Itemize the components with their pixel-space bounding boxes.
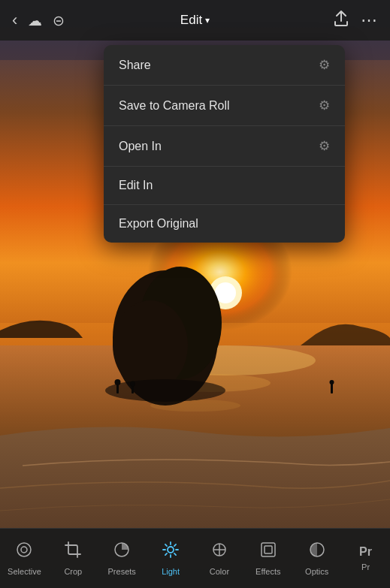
gear-icon-share: ⚙ — [319, 57, 330, 73]
menu-item-share[interactable]: Share ⚙ — [104, 45, 345, 86]
optics-icon — [308, 541, 326, 563]
toolbar-item-pr[interactable]: Pr Pr — [346, 545, 385, 571]
share-button[interactable] — [334, 11, 349, 31]
svg-point-11 — [113, 300, 188, 390]
top-header: ‹ ☁ ⊝ Edit ▾ ⋯ — [0, 0, 390, 41]
svg-point-18 — [330, 380, 334, 384]
svg-point-20 — [17, 543, 31, 556]
header-chevron-icon: ▾ — [205, 15, 210, 26]
light-label: Light — [162, 567, 180, 576]
svg-line-28 — [165, 544, 167, 546]
more-options-button[interactable]: ⋯ — [361, 11, 378, 30]
selective-icon — [15, 541, 33, 563]
crop-frame-icon[interactable]: ⊝ — [53, 12, 65, 29]
crop-icon — [64, 541, 82, 563]
toolbar-item-light[interactable]: Light — [151, 541, 190, 576]
svg-point-21 — [21, 547, 27, 553]
menu-item-edit-in[interactable]: Edit In — [104, 167, 345, 205]
svg-line-31 — [165, 553, 167, 555]
back-button[interactable]: ‹ — [12, 11, 17, 30]
presets-label: Presets — [108, 567, 136, 576]
color-icon — [210, 541, 228, 563]
optics-label: Optics — [305, 567, 328, 576]
svg-rect-36 — [265, 546, 272, 553]
svg-point-23 — [168, 547, 174, 553]
svg-rect-17 — [331, 383, 333, 394]
svg-point-16 — [130, 381, 135, 387]
toolbar-item-effects[interactable]: Effects — [249, 541, 288, 576]
toolbar-item-color[interactable]: Color — [200, 541, 239, 576]
svg-line-30 — [174, 544, 176, 546]
svg-point-14 — [115, 379, 121, 385]
effects-label: Effects — [255, 567, 280, 576]
svg-point-12 — [105, 379, 225, 402]
color-label: Color — [210, 567, 229, 576]
header-title: Edit — [180, 13, 202, 28]
svg-rect-35 — [262, 543, 275, 556]
cloud-icon[interactable]: ☁ — [28, 12, 42, 29]
effects-icon — [259, 541, 277, 563]
toolbar-item-optics[interactable]: Optics — [298, 541, 337, 576]
crop-label: Crop — [64, 567, 82, 576]
presets-icon — [113, 541, 131, 563]
gear-icon-save: ⚙ — [319, 98, 330, 113]
dropdown-menu: Share ⚙ Save to Camera Roll ⚙ Open In ⚙ … — [104, 45, 345, 243]
light-icon — [162, 541, 180, 563]
toolbar-item-presets[interactable]: Presets — [102, 541, 141, 576]
toolbar-item-selective[interactable]: Selective — [5, 541, 44, 576]
selective-label: Selective — [8, 567, 41, 576]
toolbar-item-crop[interactable]: Crop — [53, 541, 92, 576]
menu-item-export-original[interactable]: Export Original — [104, 205, 345, 243]
menu-item-open-in[interactable]: Open In ⚙ — [104, 126, 345, 167]
pr-icon: Pr — [359, 545, 372, 559]
gear-icon-open: ⚙ — [319, 138, 330, 154]
svg-line-29 — [174, 553, 176, 555]
menu-item-save-camera-roll[interactable]: Save to Camera Roll ⚙ — [104, 86, 345, 126]
bottom-toolbar: Selective Crop Presets — [0, 528, 390, 588]
pr-label: Pr — [361, 562, 370, 571]
